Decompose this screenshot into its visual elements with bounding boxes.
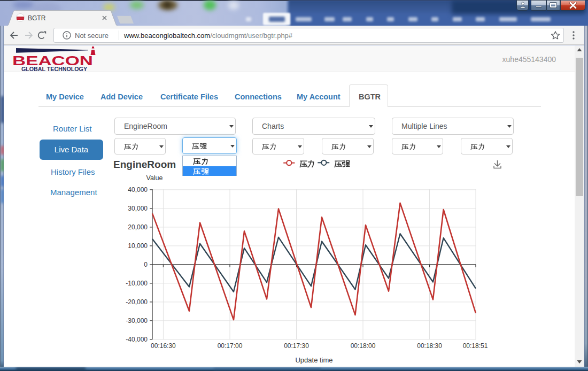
svg-text:00:18:00: 00:18:00 <box>351 342 376 350</box>
svg-text:20,000: 20,000 <box>128 223 148 231</box>
svg-text:Update time: Update time <box>295 356 332 364</box>
svg-text:00:17:00: 00:17:00 <box>218 342 243 350</box>
svg-text:40,000: 40,000 <box>128 186 148 194</box>
svg-text:-20,000: -20,000 <box>126 298 148 306</box>
svg-text:-30,000: -30,000 <box>126 317 148 324</box>
svg-text:0: 0 <box>144 261 148 268</box>
svg-text:00:17:30: 00:17:30 <box>284 342 309 350</box>
svg-text:GLOBAL TECHNOLOGY: GLOBAL TECHNOLOGY <box>21 66 87 72</box>
svg-text:EngineRoom: EngineRoom <box>113 159 176 170</box>
svg-text:10,000: 10,000 <box>128 242 148 250</box>
svg-text:00:16:30: 00:16:30 <box>151 342 176 350</box>
svg-text:-40,000: -40,000 <box>126 336 148 343</box>
svg-text:-10,000: -10,000 <box>126 280 148 287</box>
svg-text:00:18:30: 00:18:30 <box>417 342 442 350</box>
svg-text:Value: Value <box>146 174 163 182</box>
svg-text:00:18:51: 00:18:51 <box>463 342 488 350</box>
svg-text:30,000: 30,000 <box>128 205 148 212</box>
